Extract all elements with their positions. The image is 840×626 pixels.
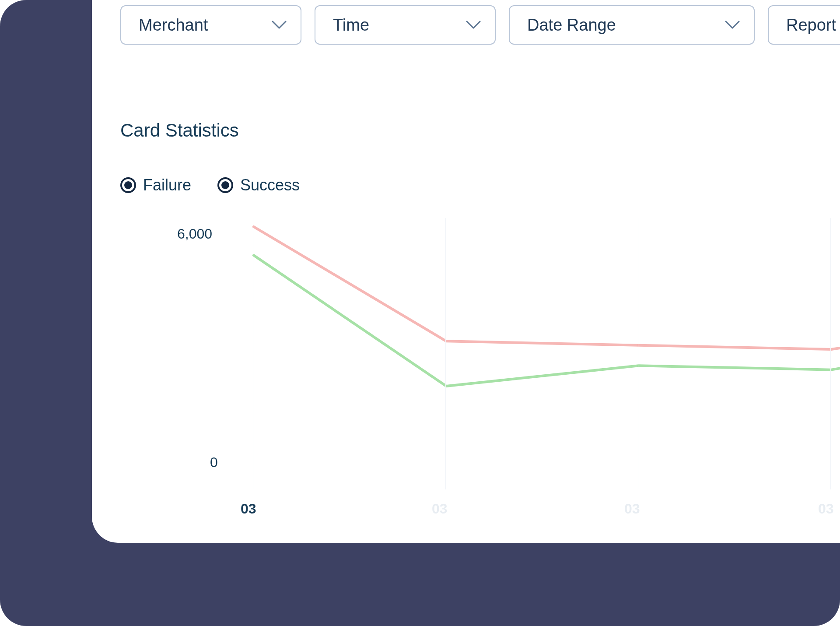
chart-series-success <box>254 255 840 386</box>
y-axis-tick-min: 0 <box>210 454 218 471</box>
y-axis-tick-max: 6,000 <box>177 226 212 242</box>
time-label: Time <box>333 16 369 35</box>
legend-failure[interactable]: Failure <box>120 176 191 194</box>
x-axis-tick: 03 <box>432 501 448 517</box>
x-axis-tick: 03 <box>818 501 834 517</box>
time-dropdown[interactable]: Time <box>315 5 496 45</box>
chart-legend: Failure Success <box>120 176 300 194</box>
section-title: Card Statistics <box>120 120 239 141</box>
chevron-down-icon <box>466 21 481 29</box>
legend-success-label: Success <box>240 176 300 194</box>
chart-series-failure <box>254 227 840 349</box>
x-axis-tick: 03 <box>241 501 256 517</box>
chevron-down-icon <box>272 21 287 29</box>
chart-gridline <box>253 218 253 489</box>
chart: 6,000 0 03 03 03 03 <box>122 227 840 533</box>
chevron-down-icon <box>725 21 740 29</box>
radio-icon <box>120 177 136 193</box>
chart-svg <box>254 227 840 481</box>
dashboard-panel: Merchant Time Date Range Report Revenue … <box>92 0 840 543</box>
chart-gridline <box>445 218 446 489</box>
merchant-label: Merchant <box>139 16 208 35</box>
legend-failure-label: Failure <box>143 176 191 194</box>
chart-gridline <box>638 218 638 489</box>
radio-icon <box>217 177 233 193</box>
x-axis-tick: 03 <box>624 501 640 517</box>
date-range-label: Date Range <box>527 16 616 35</box>
legend-success[interactable]: Success <box>217 176 300 194</box>
merchant-dropdown[interactable]: Merchant <box>120 5 301 45</box>
chart-gridline <box>830 218 831 489</box>
filter-bar: Merchant Time Date Range Report <box>120 5 840 45</box>
date-range-dropdown[interactable]: Date Range <box>509 5 755 45</box>
report-dropdown[interactable]: Report <box>768 5 840 45</box>
chart-plot-area <box>254 227 840 481</box>
report-label: Report <box>786 16 836 35</box>
